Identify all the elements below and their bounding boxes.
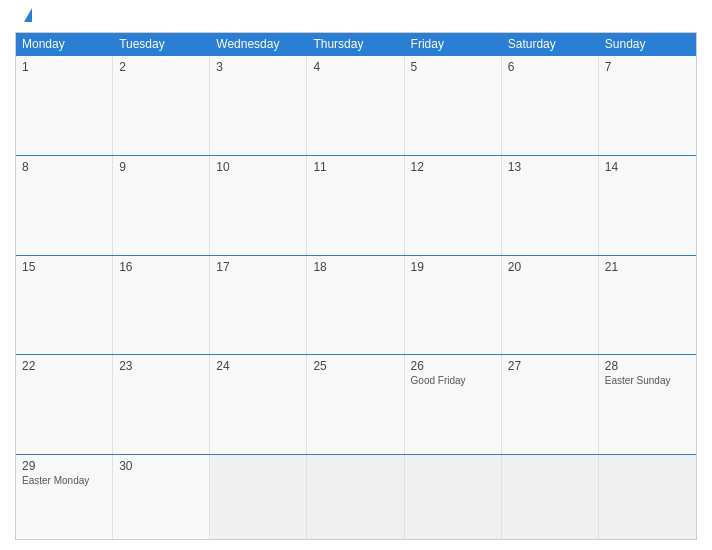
- day-header-sunday: Sunday: [599, 33, 696, 55]
- day-header-tuesday: Tuesday: [113, 33, 210, 55]
- day-header-monday: Monday: [16, 33, 113, 55]
- day-number: 5: [411, 60, 495, 74]
- calendar-container: MondayTuesdayWednesdayThursdayFridaySatu…: [0, 0, 712, 550]
- day-cell: 3: [210, 56, 307, 155]
- day-number: 11: [313, 160, 397, 174]
- day-header-saturday: Saturday: [502, 33, 599, 55]
- day-cell: 18: [307, 256, 404, 355]
- holiday-label: Good Friday: [411, 375, 495, 387]
- day-number: 28: [605, 359, 690, 373]
- day-number: 27: [508, 359, 592, 373]
- logo-triangle-icon: [24, 8, 32, 22]
- weeks-container: 1234567891011121314151617181920212223242…: [16, 55, 696, 539]
- day-cell: 27: [502, 355, 599, 454]
- day-number: 23: [119, 359, 203, 373]
- day-number: 4: [313, 60, 397, 74]
- day-cell: 20: [502, 256, 599, 355]
- day-number: 13: [508, 160, 592, 174]
- day-cell: 11: [307, 156, 404, 255]
- week-row-3: 15161718192021: [16, 255, 696, 355]
- day-cell: 26Good Friday: [405, 355, 502, 454]
- day-number: 6: [508, 60, 592, 74]
- week-row-1: 1234567: [16, 55, 696, 155]
- day-number: 3: [216, 60, 300, 74]
- day-number: 26: [411, 359, 495, 373]
- day-headers-row: MondayTuesdayWednesdayThursdayFridaySatu…: [16, 33, 696, 55]
- day-number: 10: [216, 160, 300, 174]
- day-cell: 8: [16, 156, 113, 255]
- day-number: 19: [411, 260, 495, 274]
- day-cell: [307, 455, 404, 539]
- calendar-grid: MondayTuesdayWednesdayThursdayFridaySatu…: [15, 32, 697, 540]
- week-row-4: 2223242526Good Friday2728Easter Sunday: [16, 354, 696, 454]
- day-number: 18: [313, 260, 397, 274]
- day-number: 30: [119, 459, 203, 473]
- day-cell: [210, 455, 307, 539]
- day-number: 7: [605, 60, 690, 74]
- day-cell: 2: [113, 56, 210, 155]
- day-number: 16: [119, 260, 203, 274]
- day-cell: 30: [113, 455, 210, 539]
- day-cell: 17: [210, 256, 307, 355]
- day-cell: 12: [405, 156, 502, 255]
- day-cell: 13: [502, 156, 599, 255]
- day-cell: 28Easter Sunday: [599, 355, 696, 454]
- day-cell: 19: [405, 256, 502, 355]
- day-cell: 5: [405, 56, 502, 155]
- day-number: 14: [605, 160, 690, 174]
- day-cell: 10: [210, 156, 307, 255]
- day-number: 8: [22, 160, 106, 174]
- day-cell: 1: [16, 56, 113, 155]
- day-cell: [599, 455, 696, 539]
- day-number: 29: [22, 459, 106, 473]
- day-number: 9: [119, 160, 203, 174]
- day-number: 20: [508, 260, 592, 274]
- day-cell: 14: [599, 156, 696, 255]
- day-cell: 6: [502, 56, 599, 155]
- week-row-5: 29Easter Monday30: [16, 454, 696, 539]
- day-number: 2: [119, 60, 203, 74]
- day-number: 24: [216, 359, 300, 373]
- day-number: 17: [216, 260, 300, 274]
- day-number: 1: [22, 60, 106, 74]
- calendar-header: [15, 10, 697, 24]
- day-cell: 15: [16, 256, 113, 355]
- day-number: 15: [22, 260, 106, 274]
- logo: [20, 10, 32, 24]
- day-cell: 25: [307, 355, 404, 454]
- day-cell: 24: [210, 355, 307, 454]
- holiday-label: Easter Sunday: [605, 375, 690, 387]
- day-cell: [405, 455, 502, 539]
- day-cell: 4: [307, 56, 404, 155]
- day-number: 25: [313, 359, 397, 373]
- day-cell: 23: [113, 355, 210, 454]
- day-header-friday: Friday: [405, 33, 502, 55]
- day-header-wednesday: Wednesday: [210, 33, 307, 55]
- day-number: 21: [605, 260, 690, 274]
- day-cell: 22: [16, 355, 113, 454]
- day-cell: [502, 455, 599, 539]
- day-cell: 9: [113, 156, 210, 255]
- holiday-label: Easter Monday: [22, 475, 106, 487]
- day-number: 22: [22, 359, 106, 373]
- day-cell: 21: [599, 256, 696, 355]
- day-number: 12: [411, 160, 495, 174]
- day-cell: 29Easter Monday: [16, 455, 113, 539]
- day-cell: 7: [599, 56, 696, 155]
- day-header-thursday: Thursday: [307, 33, 404, 55]
- week-row-2: 891011121314: [16, 155, 696, 255]
- day-cell: 16: [113, 256, 210, 355]
